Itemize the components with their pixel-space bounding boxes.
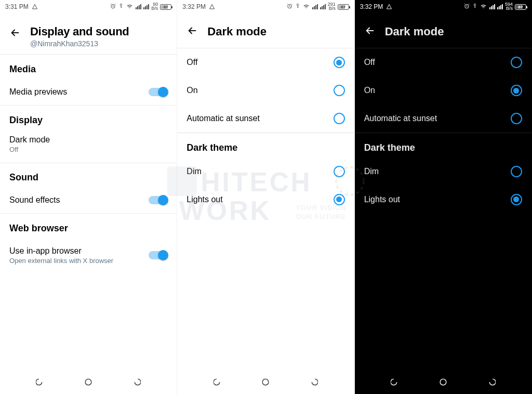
radio-on[interactable] [511, 85, 522, 96]
nav-recent-icon[interactable] [214, 377, 224, 387]
page-title: Display and sound [30, 25, 129, 38]
row-value: Off [9, 146, 50, 153]
nav-home-icon[interactable] [260, 377, 271, 387]
app-header: Display and sound @NimrahKhan32513 [0, 14, 177, 55]
status-bar: 3:31 PM 90B/s 87 [0, 0, 177, 14]
row-theme-lights-out[interactable]: Lights out [177, 186, 354, 214]
section-media: Media [0, 55, 177, 79]
phone-dark-mode-light: 3:32 PM 291B/s 87 Dark mode Off On [177, 0, 354, 394]
signal-1-icon [136, 4, 141, 9]
app-header: Dark mode [355, 14, 531, 48]
system-nav-bar [177, 370, 354, 394]
alarm-icon [110, 3, 116, 11]
svg-point-5 [263, 379, 269, 385]
svg-point-2 [85, 379, 91, 385]
nav-back-icon[interactable] [308, 377, 318, 387]
row-mode-off[interactable]: Off [355, 48, 531, 76]
row-media-previews[interactable]: Media previews [0, 79, 177, 105]
row-theme-dim[interactable]: Dim [177, 157, 354, 186]
radio-dim[interactable] [511, 166, 522, 177]
settings-list: Off On Automatic at sunset Dark theme Di… [355, 48, 531, 370]
radio-off[interactable] [511, 57, 522, 68]
row-label: On [364, 86, 375, 95]
section-sound: Sound [0, 163, 177, 187]
nav-back-icon[interactable] [130, 377, 141, 387]
row-dark-mode[interactable]: Dark mode Off [0, 130, 177, 163]
row-theme-lights-out[interactable]: Lights out [355, 186, 531, 214]
phone-display-and-sound: 3:31 PM 90B/s 87 [0, 0, 177, 394]
nav-home-icon[interactable] [438, 377, 448, 387]
svg-point-4 [297, 4, 298, 5]
alarm-icon [463, 3, 470, 11]
nav-home-icon[interactable] [83, 377, 94, 387]
toggle-sound-effects[interactable] [149, 196, 167, 204]
row-inapp-browser[interactable]: Use in-app browser Open external links w… [0, 238, 177, 273]
signal-2-icon [143, 4, 149, 9]
svg-point-7 [474, 4, 475, 5]
radio-auto[interactable] [511, 113, 522, 124]
network-speed: 594B/s [505, 3, 513, 10]
settings-list: Off On Automatic at sunset Dark theme Di… [177, 48, 354, 370]
nav-recent-icon[interactable] [391, 377, 401, 387]
notification-icon [32, 4, 38, 10]
row-label: Sound effects [9, 195, 60, 205]
signal-1-icon [489, 4, 495, 9]
row-mode-on[interactable]: On [355, 76, 531, 104]
phone-dark-mode-dark: 3:32 PM 594B/s 87 Dark mode Off On [355, 0, 532, 394]
signal-2-icon [497, 4, 503, 9]
row-label: Off [364, 58, 375, 67]
section-dark-theme: Dark theme [177, 133, 354, 157]
network-speed: 291B/s [328, 3, 336, 10]
status-time: 3:32 PM [182, 3, 206, 10]
status-time: 3:32 PM [360, 3, 383, 10]
section-dark-theme: Dark theme [355, 133, 531, 157]
key-icon [472, 3, 477, 11]
radio-lights-out[interactable] [334, 194, 345, 205]
back-button[interactable] [364, 25, 376, 38]
nav-recent-icon[interactable] [36, 377, 46, 387]
settings-list: Media Media previews Display Dark mode O… [0, 55, 177, 370]
notification-icon [209, 4, 215, 10]
alarm-icon [286, 3, 293, 11]
key-icon [118, 3, 124, 11]
back-button[interactable] [9, 25, 21, 41]
radio-auto[interactable] [334, 113, 345, 124]
system-nav-bar [0, 370, 177, 394]
row-mode-auto[interactable]: Automatic at sunset [355, 104, 531, 133]
wifi-icon [480, 3, 487, 11]
battery-icon: 87 [160, 4, 171, 10]
toggle-media-previews[interactable] [149, 88, 167, 96]
network-speed: 90B/s [151, 3, 158, 10]
page-title: Dark mode [385, 25, 444, 38]
page-subtitle: @NimrahKhan32513 [30, 40, 129, 48]
back-button[interactable] [187, 25, 198, 38]
radio-off[interactable] [334, 57, 345, 68]
row-mode-off[interactable]: Off [177, 48, 354, 76]
battery-icon: 87 [515, 4, 526, 10]
row-mode-on[interactable]: On [177, 76, 354, 104]
row-label: Automatic at sunset [364, 114, 437, 123]
notification-icon [386, 4, 392, 10]
toggle-inapp-browser[interactable] [149, 251, 167, 259]
row-label: Dim [364, 167, 379, 176]
radio-dim[interactable] [334, 166, 345, 177]
row-sublabel: Open external links with X browser [9, 257, 113, 265]
section-web-browser: Web browser [0, 214, 177, 238]
radio-lights-out[interactable] [511, 194, 522, 205]
svg-point-8 [440, 379, 446, 385]
row-mode-auto[interactable]: Automatic at sunset [177, 104, 354, 133]
system-nav-bar [355, 370, 531, 394]
battery-icon: 87 [338, 4, 349, 10]
radio-on[interactable] [334, 85, 345, 96]
row-label: Automatic at sunset [187, 114, 260, 123]
nav-back-icon[interactable] [485, 377, 496, 387]
row-label: Off [187, 58, 197, 67]
signal-2-icon [320, 4, 326, 9]
row-label: Use in-app browser [9, 246, 113, 256]
row-label: Dark mode [9, 135, 50, 145]
header-titles: Display and sound @NimrahKhan32513 [30, 25, 129, 48]
row-theme-dim[interactable]: Dim [355, 157, 531, 186]
row-sound-effects[interactable]: Sound effects [0, 187, 177, 213]
signal-1-icon [312, 4, 318, 9]
section-display: Display [0, 106, 177, 130]
